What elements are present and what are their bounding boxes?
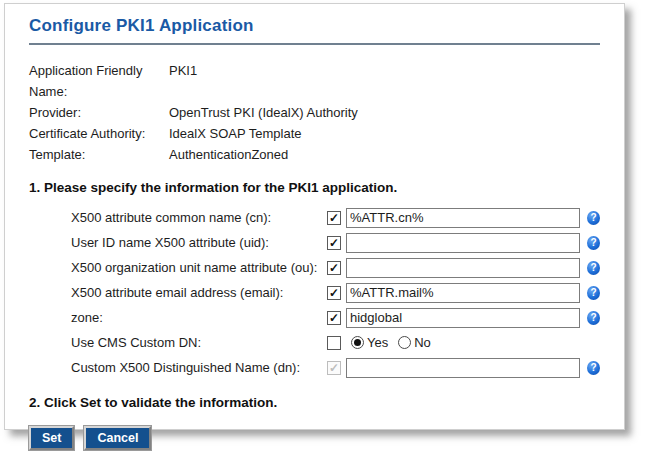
zone-enabled-checkbox[interactable]: ✓ (327, 311, 341, 325)
email-enabled-checkbox[interactable]: ✓ (327, 286, 341, 300)
info-value: PKI1 (169, 60, 600, 102)
help-icon[interactable]: ? (587, 311, 600, 325)
set-button[interactable]: Set (29, 426, 74, 450)
field-label-use-cms-custom-dn: Use CMS Custom DN: (71, 335, 327, 350)
info-label: Provider: (29, 102, 169, 123)
title-divider (29, 43, 600, 45)
info-value: OpenTrust PKI (IdealX) Authority (169, 102, 600, 123)
field-label-ou: X500 organization unit name attribute (o… (71, 260, 327, 275)
info-label: Template: (29, 144, 169, 165)
email-input[interactable] (346, 283, 580, 303)
form-row-use-cms-custom-dn: Use CMS Custom DN: Yes No (71, 330, 600, 355)
pki-attributes-form: X500 attribute common name (cn): ✓ ? Use… (71, 205, 600, 380)
cancel-button[interactable]: Cancel (84, 426, 151, 450)
form-row-ou: X500 organization unit name attribute (o… (71, 255, 600, 280)
uid-input[interactable] (346, 233, 580, 253)
application-info: Application Friendly Name: PKI1 Provider… (29, 60, 600, 165)
dn-enabled-checkbox-disabled: ✓ (327, 361, 341, 375)
zone-input[interactable] (346, 308, 580, 328)
button-bar: Set Cancel (29, 426, 600, 450)
ou-enabled-checkbox[interactable]: ✓ (327, 261, 341, 275)
radio-yes[interactable] (351, 336, 364, 349)
info-label: Certificate Authority: (29, 123, 169, 144)
cms-custom-dn-radio-group: Yes No (351, 335, 441, 350)
info-label: Application Friendly Name: (29, 60, 169, 102)
field-label-email: X500 attribute email address (email): (71, 285, 327, 300)
info-row-provider: Provider: OpenTrust PKI (IdealX) Authori… (29, 102, 600, 123)
use-cms-custom-dn-checkbox[interactable] (327, 336, 341, 350)
uid-enabled-checkbox[interactable]: ✓ (327, 236, 341, 250)
info-value: AuthenticationZoned (169, 144, 600, 165)
info-row-template: Template: AuthenticationZoned (29, 144, 600, 165)
step1-heading: 1. Please specify the information for th… (29, 180, 600, 195)
field-label-cn: X500 attribute common name (cn): (71, 210, 327, 225)
info-value: IdealX SOAP Template (169, 123, 600, 144)
form-row-cn: X500 attribute common name (cn): ✓ ? (71, 205, 600, 230)
form-row-uid: User ID name X500 attribute (uid): ✓ ? (71, 230, 600, 255)
page-title: Configure PKI1 Application (29, 16, 600, 36)
form-row-dn: Custom X500 Distinguished Name (dn): ✓ ? (71, 355, 600, 380)
cn-input[interactable] (346, 208, 580, 228)
help-icon[interactable]: ? (587, 236, 600, 250)
field-label-zone: zone: (71, 310, 327, 325)
info-row-friendly-name: Application Friendly Name: PKI1 (29, 60, 600, 102)
radio-no[interactable] (398, 336, 411, 349)
configure-pki-dialog: Configure PKI1 Application Application F… (4, 3, 625, 430)
step2-heading: 2. Click Set to validate the information… (29, 395, 600, 410)
help-icon[interactable]: ? (587, 261, 600, 275)
radio-no-label: No (414, 335, 431, 350)
info-row-certificate-authority: Certificate Authority: IdealX SOAP Templ… (29, 123, 600, 144)
form-row-zone: zone: ✓ ? (71, 305, 600, 330)
dn-input[interactable] (346, 358, 580, 378)
field-label-dn: Custom X500 Distinguished Name (dn): (71, 360, 327, 375)
radio-yes-label: Yes (367, 335, 388, 350)
cn-enabled-checkbox[interactable]: ✓ (327, 211, 341, 225)
help-icon[interactable]: ? (587, 286, 600, 300)
form-row-email: X500 attribute email address (email): ✓ … (71, 280, 600, 305)
ou-input[interactable] (346, 258, 580, 278)
help-icon[interactable]: ? (587, 361, 600, 375)
field-label-uid: User ID name X500 attribute (uid): (71, 235, 327, 250)
help-icon[interactable]: ? (587, 211, 600, 225)
